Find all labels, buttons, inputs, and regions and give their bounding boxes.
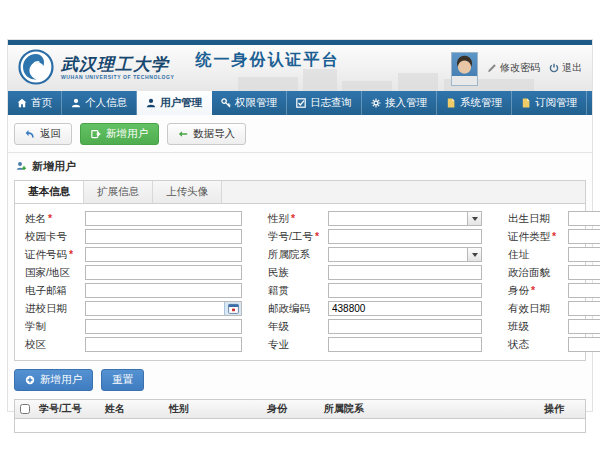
chevron-down-icon[interactable]	[467, 248, 481, 261]
form-field: 政治面貌	[508, 265, 600, 280]
form-field: 出生日期	[508, 211, 600, 226]
field-label: 电子邮箱	[25, 284, 85, 298]
nav-item-home[interactable]: 首页	[8, 91, 62, 115]
ethnicity-input[interactable]	[328, 265, 482, 280]
col-name: 姓名	[101, 402, 165, 416]
country-region-input[interactable]	[85, 265, 242, 280]
toolbar: 返回 新增用户 数据导入	[8, 115, 592, 153]
key-icon	[221, 98, 231, 108]
campus-card-input[interactable]	[85, 229, 242, 244]
valid-date-input[interactable]	[569, 302, 600, 315]
col-department: 所属院系	[320, 402, 540, 416]
gender-select[interactable]	[328, 211, 482, 226]
campus-input[interactable]	[85, 337, 242, 352]
form-field: 国家/地区	[25, 265, 260, 280]
city-silhouette	[342, 81, 392, 91]
field-label: 年级	[268, 320, 328, 334]
schooling-length-input[interactable]	[85, 319, 242, 334]
submit-add-user-button[interactable]: 新增用户	[14, 369, 93, 391]
add-user-toolbar-button[interactable]: 新增用户	[80, 123, 159, 145]
id-number-input[interactable]	[85, 247, 242, 262]
table-header-row: 学号/工号 姓名 性别 身份 所属院系 操作	[15, 400, 585, 419]
platform-title: 统一身份认证平台	[195, 50, 339, 71]
field-label: 民族	[268, 266, 328, 280]
table-empty-body	[15, 419, 585, 432]
avatar[interactable]	[451, 52, 478, 86]
native-place-input[interactable]	[328, 283, 482, 298]
header: 武汉理工大学 WUHAN UNIVERSITY OF TECHNOLOGY 统一…	[8, 45, 592, 91]
add-user-icon	[16, 161, 27, 172]
nav-item-personal-info[interactable]: 个人信息	[62, 91, 137, 115]
form-field: 有效日期	[508, 301, 600, 316]
logout-link[interactable]: 退出	[549, 61, 582, 75]
form-field: 民族	[268, 265, 500, 280]
id-type-input[interactable]	[568, 229, 600, 244]
postal-code-input[interactable]	[328, 301, 482, 316]
form-field: 所属院系	[268, 247, 500, 262]
select-all-checkbox[interactable]	[20, 404, 30, 414]
major-input[interactable]	[328, 337, 482, 352]
department-select-value[interactable]	[329, 248, 467, 261]
enrollment-date-input[interactable]	[86, 302, 224, 315]
birth-date-field	[568, 211, 600, 226]
change-password-link[interactable]: 修改密码	[487, 61, 540, 75]
chevron-down-icon[interactable]	[467, 212, 481, 225]
field-label: 专业	[268, 338, 328, 352]
field-label: 学号/工号*	[268, 230, 328, 244]
form-field: 证件类型*	[508, 229, 600, 244]
political-status-input[interactable]	[568, 265, 600, 280]
nav-item-system-management[interactable]: 系统管理	[437, 91, 512, 115]
form-field: 住址	[508, 247, 600, 262]
field-label: 籍贯	[268, 284, 328, 298]
nav-item-access-management[interactable]: 接入管理	[362, 91, 437, 115]
tab-upload-avatar[interactable]: 上传头像	[153, 181, 222, 203]
back-button[interactable]: 返回	[14, 123, 72, 145]
users-table: 学号/工号 姓名 性别 身份 所属院系 操作	[14, 399, 586, 433]
field-label: 性别*	[268, 212, 328, 226]
name-input[interactable]	[85, 211, 242, 226]
nav-item-log-query[interactable]: 日志查询	[287, 91, 362, 115]
form-field: 邮政编码	[268, 301, 500, 316]
tab-extended-info[interactable]: 扩展信息	[84, 181, 153, 203]
new-user-panel: 基本信息 扩展信息 上传头像 姓名* 性别* 出生日期	[14, 180, 586, 361]
reset-button[interactable]: 重置	[101, 369, 144, 391]
field-label: 邮政编码	[268, 302, 328, 316]
field-label: 校区	[25, 338, 85, 352]
app-window: 武汉理工大学 WUHAN UNIVERSITY OF TECHNOLOGY 统一…	[8, 40, 592, 411]
field-label: 学制	[25, 320, 85, 334]
back-arrow-icon	[25, 129, 35, 139]
col-gender: 性别	[165, 402, 263, 416]
gender-select-value[interactable]	[329, 212, 467, 225]
address-input[interactable]	[568, 247, 600, 262]
col-identity: 身份	[263, 402, 320, 416]
calendar-button[interactable]	[224, 302, 241, 315]
user-icon	[146, 98, 156, 108]
form-field: 班级	[508, 319, 600, 334]
department-select[interactable]	[328, 247, 482, 262]
status-input[interactable]	[568, 337, 600, 352]
field-label: 姓名*	[25, 212, 85, 226]
content-area: 返回 新增用户 数据导入 新增用户 基本信息 扩展信息 上传头像	[8, 115, 592, 411]
gear-icon	[371, 98, 381, 108]
form-actions: 新增用户 重置	[8, 361, 592, 399]
field-label: 状态	[508, 338, 568, 352]
col-operation: 操作	[540, 402, 585, 416]
nav-item-subscription-management[interactable]: 订阅管理	[512, 91, 587, 115]
student-id-input[interactable]	[328, 229, 482, 244]
identity-input[interactable]	[568, 283, 600, 298]
nav-item-permission-management[interactable]: 权限管理	[212, 91, 287, 115]
form-field: 专业	[268, 337, 500, 352]
tab-basic-info[interactable]: 基本信息	[15, 181, 84, 203]
field-label: 校园卡号	[25, 230, 85, 244]
form-field: 身份*	[508, 283, 600, 298]
birth-date-input[interactable]	[569, 212, 600, 225]
form-field: 籍贯	[268, 283, 500, 298]
data-import-button[interactable]: 数据导入	[167, 123, 246, 145]
email-input[interactable]	[85, 283, 242, 298]
calendar-icon	[228, 303, 239, 314]
class-input[interactable]	[568, 319, 600, 334]
home-icon	[17, 98, 27, 108]
nav-item-user-management[interactable]: 用户管理	[137, 91, 212, 115]
grade-input[interactable]	[328, 319, 482, 334]
field-label: 证件类型*	[508, 230, 568, 244]
